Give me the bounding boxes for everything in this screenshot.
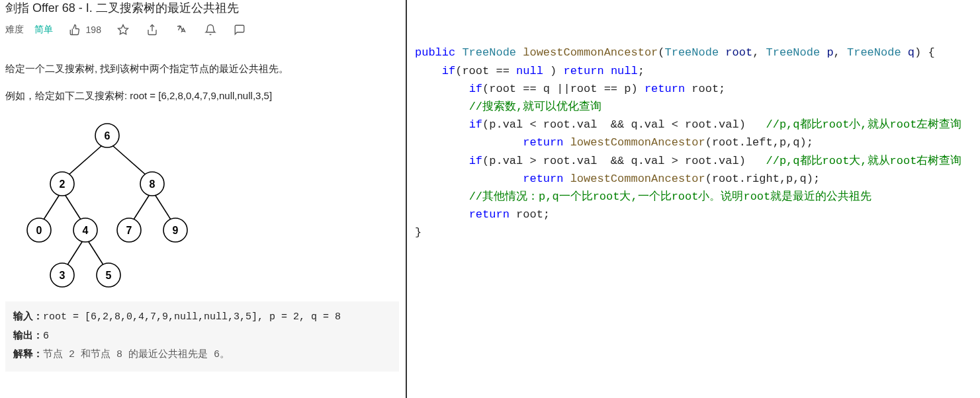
- problem-title: 剑指 Offer 68 - I. 二叉搜索树的最近公共祖先: [5, 0, 399, 16]
- feedback-button[interactable]: [232, 22, 247, 37]
- share-button[interactable]: [145, 22, 159, 37]
- like-button[interactable]: 198: [67, 22, 101, 37]
- example-block: 输入：root = [6,2,8,0,4,7,9,null,null,3,5],…: [5, 301, 399, 372]
- favorite-button[interactable]: [116, 22, 130, 37]
- tree-node: 5: [106, 270, 112, 281]
- feedback-icon: [234, 24, 245, 36]
- code-line: if(root == null ) return null;: [415, 62, 975, 80]
- tree-node: 9: [173, 225, 179, 236]
- like-count: 198: [86, 24, 101, 35]
- code-line: public TreeNode lowestCommonAncestor(Tre…: [415, 44, 975, 61]
- desc-paragraph: 给定一个二叉搜索树, 找到该树中两个指定节点的最近公共祖先。: [5, 60, 399, 77]
- problem-panel: 剑指 Offer 68 - I. 二叉搜索树的最近公共祖先 难度 简单 198: [0, 0, 407, 398]
- code-line: if(p.val > root.val && q.val > root.val)…: [415, 152, 975, 170]
- translate-icon: [175, 24, 187, 36]
- bell-icon: [204, 24, 216, 36]
- code-line: //搜索数,就可以优化查询: [415, 98, 975, 116]
- difficulty: 难度 简单: [5, 24, 53, 36]
- example-output: 输出：6: [13, 327, 391, 346]
- star-icon: [117, 24, 129, 36]
- code-editor[interactable]: public TreeNode lowestCommonAncestor(Tre…: [407, 0, 980, 398]
- code-line: if(root == q ||root == p) return root;: [415, 80, 975, 98]
- tree-node: 4: [83, 225, 89, 236]
- code-line: return lowestCommonAncestor(root.right,p…: [415, 170, 975, 188]
- difficulty-value: 简单: [34, 24, 53, 34]
- code-line: if(p.val < root.val && q.val < root.val)…: [415, 116, 975, 134]
- tree-node: 8: [150, 179, 156, 190]
- tree-diagram: 6 2 8 0 4 7 9 3 5: [21, 118, 399, 290]
- example-input: 输入：root = [6,2,8,0,4,7,9,null,null,3,5],…: [13, 308, 391, 327]
- code-line: }: [415, 223, 975, 241]
- share-icon: [146, 24, 158, 36]
- code-line: //其他情况：p,q一个比root大,一个比root小。说明root就是最近的公…: [415, 188, 975, 206]
- code-line: return root;: [415, 206, 975, 223]
- thumbs-up-icon: [67, 22, 82, 37]
- meta-row: 难度 简单 198: [5, 22, 399, 37]
- desc-paragraph: 例如，给定如下二叉搜索树: root = [6,2,8,0,4,7,9,null…: [5, 87, 399, 104]
- tree-node: 6: [105, 130, 111, 141]
- tree-node: 7: [126, 225, 132, 236]
- difficulty-label: 难度: [5, 24, 24, 34]
- tree-node: 3: [60, 270, 66, 281]
- code-line: return lowestCommonAncestor(root.left,p,…: [415, 134, 975, 151]
- notify-button[interactable]: [203, 22, 218, 37]
- svg-marker-0: [118, 25, 128, 34]
- translate-button[interactable]: [174, 22, 189, 37]
- example-explain: 解释：节点 2 和节点 8 的最近公共祖先是 6。: [13, 346, 391, 365]
- tree-node: 2: [60, 179, 66, 190]
- tree-node: 0: [36, 225, 42, 236]
- problem-description: 给定一个二叉搜索树, 找到该树中两个指定节点的最近公共祖先。 例如，给定如下二叉…: [5, 60, 399, 104]
